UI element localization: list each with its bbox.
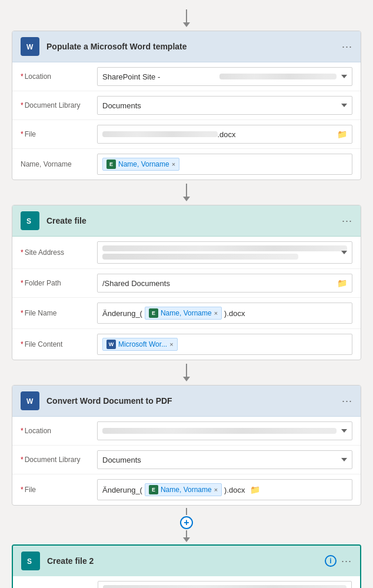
block2-dots-menu[interactable]: ···: [342, 215, 352, 227]
field-row-filename-2: *File Name Änderung_( E Name, Vorname × …: [12, 298, 361, 329]
card-create-file-title: Create file: [46, 216, 342, 225]
excel-chip-icon-3: E: [149, 485, 158, 494]
info-button-block4[interactable]: i: [325, 555, 337, 567]
file-3-suffix: ).docx: [224, 486, 245, 494]
card-create-file-body: *Site Address *Folder Path /Shared Docum…: [12, 237, 361, 360]
field-row-folderpath-2: *Folder Path /Shared Documents 📁: [12, 269, 361, 298]
namevorname-tag-close[interactable]: ×: [172, 161, 175, 168]
file-3-content: Änderung_( E Name, Vorname × ).docx: [102, 483, 245, 496]
top-connector: [12, 9, 361, 27]
card-convert-word-pdf: W Convert Word Document to PDF ··· *Loca…: [12, 385, 361, 506]
siteaddr-2-blurred-1: [102, 245, 347, 251]
excel-chip-icon-2: E: [149, 308, 158, 318]
block3-dots-menu[interactable]: ···: [342, 395, 352, 407]
card-create-file-2-header[interactable]: S Create file 2 i ···: [13, 546, 360, 576]
card-create-file-2-menu: i ···: [325, 555, 352, 567]
svg-text:W: W: [26, 397, 34, 406]
block1-dots-menu[interactable]: ···: [342, 41, 352, 53]
connector-arrowhead: [183, 22, 190, 27]
card-create-file-menu: ···: [342, 215, 352, 227]
siteaddr-4-blurred-1: [103, 585, 347, 588]
siteaddr-2-chevron: [341, 251, 347, 254]
location-3-chevron: [341, 429, 347, 433]
field-value-location-1: SharePoint Site -: [97, 67, 352, 86]
field-label-filecontent-2: *File Content: [21, 340, 97, 348]
card-convert-menu: ···: [342, 395, 352, 407]
field-label-folderpath-2: *Folder Path: [21, 279, 97, 287]
field-row-siteaddr-4: *Site Address: [13, 576, 360, 588]
folder-icon-2: 📁: [337, 278, 347, 288]
conn-line-2: [186, 364, 187, 377]
doclibrary-3-input[interactable]: Documents: [97, 450, 352, 469]
folder-icon-3: 📁: [250, 485, 260, 494]
field-value-location-3: [97, 421, 352, 440]
required-star: *: [21, 72, 24, 81]
location-1-chevron: [341, 75, 347, 78]
card-populate-word-header[interactable]: W Populate a Microsoft Word template ···: [12, 31, 361, 62]
card-create-file-2-body: *Site Address *Folder Path /Shared Docum…: [13, 576, 360, 588]
field-value-folderpath-2: /Shared Documents 📁: [97, 274, 352, 293]
svg-text:W: W: [26, 43, 34, 51]
field-label-filename-2: *File Name: [21, 309, 97, 317]
field-label-doclibrary-3: *Document Library: [21, 456, 97, 464]
svg-text:S: S: [26, 217, 31, 225]
card-populate-word-title: Populate a Microsoft Word template: [46, 42, 342, 51]
filecontent-2-input[interactable]: W Microsoft Wor... ×: [97, 334, 352, 355]
field-row-siteaddr-2: *Site Address: [12, 237, 361, 269]
card-convert-header[interactable]: W Convert Word Document to PDF ···: [12, 386, 361, 417]
file-3-tag-close[interactable]: ×: [214, 486, 218, 493]
file-1-input[interactable]: .docx 📁: [97, 125, 352, 144]
location-3-input[interactable]: [97, 421, 352, 440]
filecontent-2-tag: W Microsoft Wor... ×: [102, 338, 178, 351]
card-populate-word: W Populate a Microsoft Word template ···…: [12, 31, 361, 180]
doclibrary-1-text: Documents: [102, 101, 337, 110]
block4-dots-menu[interactable]: ···: [341, 555, 352, 567]
file-1-suffix: .docx: [218, 130, 333, 139]
field-label-file-1: *File: [21, 130, 97, 138]
folderpath-2-input[interactable]: /Shared Documents 📁: [97, 274, 352, 293]
field-value-namevorname-1: E Name, Vorname ×: [97, 154, 352, 175]
file-3-prefix: Änderung_(: [102, 486, 142, 494]
doclibrary-1-chevron: [341, 104, 347, 107]
filename-2-input[interactable]: Änderung_( E Name, Vorname × ).docx: [97, 303, 352, 324]
file-3-tag-text: Name, Vorname: [161, 486, 212, 494]
filename-2-tag-text: Name, Vorname: [161, 309, 212, 317]
card-populate-word-body: *Location SharePoint Site - *Document Li…: [12, 62, 361, 180]
field-row-location-3: *Location: [12, 417, 361, 446]
field-label-location-1: *Location: [21, 72, 97, 81]
doclibrary-3-text: Documents: [102, 456, 337, 464]
card-create-file-header[interactable]: S Create file ···: [12, 205, 361, 237]
field-label-siteaddr-2: *Site Address: [21, 248, 97, 257]
sharepoint-icon-block4: S: [21, 552, 40, 570]
file-3-tag: E Name, Vorname ×: [145, 483, 222, 496]
filecontent-2-tag-close[interactable]: ×: [169, 341, 173, 348]
siteaddr-4-input[interactable]: [98, 581, 352, 588]
conn-line-1: [186, 184, 187, 197]
siteaddr-2-input[interactable]: [97, 241, 352, 264]
file-3-input[interactable]: Änderung_( E Name, Vorname × ).docx 📁: [97, 479, 352, 500]
field-value-siteaddr-2: [97, 241, 352, 264]
location-1-blurred: [219, 74, 337, 79]
card-create-file-2: S Create file 2 i ··· *Site Address: [12, 544, 361, 588]
field-value-filecontent-2: W Microsoft Wor... ×: [97, 334, 352, 355]
field-row-doclibrary-1: *Document Library Documents: [12, 91, 361, 120]
doclibrary-1-input[interactable]: Documents: [97, 96, 352, 115]
field-value-file-3: Änderung_( E Name, Vorname × ).docx 📁: [97, 479, 352, 500]
field-label-file-3: *File: [21, 486, 97, 494]
field-row-namevorname-1: Name, Vorname E Name, Vorname ×: [12, 149, 361, 180]
folder-icon-1: 📁: [337, 129, 347, 139]
namevorname-tag-text: Name, Vorname: [118, 160, 169, 168]
location-1-input[interactable]: SharePoint Site -: [97, 67, 352, 86]
location-3-blurred: [102, 428, 337, 434]
filename-2-tag-close[interactable]: ×: [214, 310, 218, 317]
filecontent-2-tag-text: Microsoft Wor...: [118, 340, 167, 348]
add-step-button[interactable]: +: [180, 516, 193, 529]
filename-2-content: Änderung_( E Name, Vorname × ).docx: [102, 307, 245, 320]
namevorname-1-input[interactable]: E Name, Vorname ×: [97, 154, 352, 175]
conn-line-3a: [186, 508, 187, 515]
card-create-file-2-title: Create file 2: [47, 556, 325, 566]
card-convert-body: *Location *Document Library Documents: [12, 417, 361, 505]
svg-text:S: S: [27, 557, 32, 566]
field-label-location-3: *Location: [21, 427, 97, 435]
field-row-doclibrary-3: *Document Library Documents: [12, 446, 361, 474]
